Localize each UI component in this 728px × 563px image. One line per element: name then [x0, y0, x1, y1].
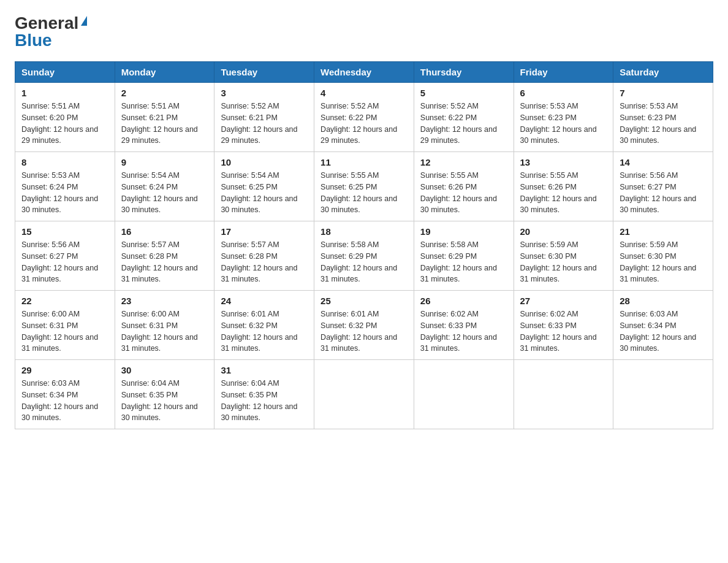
page-header: General Blue	[15, 15, 713, 49]
column-header-friday: Friday	[514, 62, 613, 83]
sunrise-text: Sunrise: 5:52 AM	[221, 102, 279, 110]
column-header-saturday: Saturday	[613, 62, 713, 83]
day-number: 26	[420, 296, 507, 306]
day-info: Sunrise: 5:54 AMSunset: 6:24 PMDaylight:…	[121, 170, 208, 216]
sunset-text: Sunset: 6:20 PM	[21, 113, 78, 122]
sunrise-text: Sunrise: 5:55 AM	[420, 171, 479, 180]
sunset-text: Sunset: 6:25 PM	[320, 183, 377, 191]
day-info: Sunrise: 5:53 AMSunset: 6:24 PMDaylight:…	[21, 170, 108, 216]
calendar-day-cell: 29Sunrise: 6:03 AMSunset: 6:34 PMDayligh…	[15, 360, 115, 429]
column-header-tuesday: Tuesday	[214, 62, 314, 83]
day-number: 14	[620, 157, 707, 167]
daylight-text: Daylight: 12 hours and 30 minutes.	[320, 194, 397, 215]
sunrise-text: Sunrise: 6:03 AM	[21, 379, 80, 388]
sunrise-text: Sunrise: 5:54 AM	[221, 171, 279, 180]
sunrise-text: Sunrise: 6:01 AM	[320, 310, 379, 318]
daylight-text: Daylight: 12 hours and 31 minutes.	[520, 333, 597, 353]
sunrise-text: Sunrise: 5:57 AM	[221, 240, 279, 249]
sunrise-text: Sunrise: 5:51 AM	[21, 102, 80, 110]
daylight-text: Daylight: 12 hours and 30 minutes.	[520, 194, 597, 215]
calendar-day-cell: 9Sunrise: 5:54 AMSunset: 6:24 PMDaylight…	[115, 152, 214, 221]
daylight-text: Daylight: 12 hours and 29 minutes.	[21, 125, 98, 145]
day-info: Sunrise: 5:51 AMSunset: 6:20 PMDaylight:…	[21, 101, 108, 147]
daylight-text: Daylight: 12 hours and 31 minutes.	[320, 264, 397, 284]
day-info: Sunrise: 6:02 AMSunset: 6:33 PMDaylight:…	[420, 308, 507, 354]
calendar-day-cell: 19Sunrise: 5:58 AMSunset: 6:29 PMDayligh…	[414, 221, 514, 291]
daylight-text: Daylight: 12 hours and 31 minutes.	[221, 264, 297, 284]
sunset-text: Sunset: 6:29 PM	[420, 252, 477, 261]
daylight-text: Daylight: 12 hours and 30 minutes.	[620, 125, 696, 145]
day-info: Sunrise: 5:55 AMSunset: 6:26 PMDaylight:…	[520, 170, 607, 216]
sunset-text: Sunset: 6:23 PM	[620, 113, 676, 122]
sunrise-text: Sunrise: 5:53 AM	[21, 171, 80, 180]
sunrise-text: Sunrise: 5:53 AM	[620, 102, 678, 110]
sunrise-text: Sunrise: 5:52 AM	[420, 102, 479, 110]
sunset-text: Sunset: 6:34 PM	[21, 391, 78, 399]
sunrise-text: Sunrise: 6:01 AM	[221, 310, 279, 318]
day-number: 11	[320, 157, 408, 167]
day-info: Sunrise: 5:57 AMSunset: 6:28 PMDaylight:…	[221, 239, 308, 285]
sunrise-text: Sunrise: 6:02 AM	[520, 310, 578, 318]
day-number: 19	[420, 226, 507, 237]
sunrise-text: Sunrise: 5:54 AM	[121, 171, 180, 180]
sunrise-text: Sunrise: 5:56 AM	[21, 240, 80, 249]
logo-general-text: General	[15, 15, 78, 32]
daylight-text: Daylight: 12 hours and 31 minutes.	[121, 264, 198, 284]
sunset-text: Sunset: 6:32 PM	[320, 321, 377, 330]
day-number: 23	[121, 296, 208, 306]
calendar-week-row: 8Sunrise: 5:53 AMSunset: 6:24 PMDaylight…	[15, 152, 713, 221]
daylight-text: Daylight: 12 hours and 29 minutes.	[121, 125, 198, 145]
empty-cell	[514, 360, 613, 429]
sunset-text: Sunset: 6:33 PM	[520, 321, 577, 330]
daylight-text: Daylight: 12 hours and 30 minutes.	[520, 125, 597, 145]
sunrise-text: Sunrise: 5:55 AM	[520, 171, 578, 180]
calendar-day-cell: 20Sunrise: 5:59 AMSunset: 6:30 PMDayligh…	[514, 221, 613, 291]
column-header-thursday: Thursday	[414, 62, 514, 83]
day-number: 31	[221, 365, 308, 375]
calendar-day-cell: 18Sunrise: 5:58 AMSunset: 6:29 PMDayligh…	[314, 221, 414, 291]
daylight-text: Daylight: 12 hours and 30 minutes.	[221, 194, 297, 215]
calendar-day-cell: 12Sunrise: 5:55 AMSunset: 6:26 PMDayligh…	[414, 152, 514, 221]
column-header-sunday: Sunday	[15, 62, 115, 83]
day-info: Sunrise: 5:56 AMSunset: 6:27 PMDaylight:…	[620, 170, 707, 216]
calendar-day-cell: 27Sunrise: 6:02 AMSunset: 6:33 PMDayligh…	[514, 291, 613, 360]
sunrise-text: Sunrise: 6:04 AM	[221, 379, 279, 388]
day-number: 25	[320, 296, 408, 306]
sunset-text: Sunset: 6:28 PM	[121, 252, 178, 261]
calendar-day-cell: 10Sunrise: 5:54 AMSunset: 6:25 PMDayligh…	[214, 152, 314, 221]
sunset-text: Sunset: 6:35 PM	[221, 391, 277, 399]
day-number: 10	[221, 157, 308, 167]
day-info: Sunrise: 5:53 AMSunset: 6:23 PMDaylight:…	[620, 101, 707, 147]
day-number: 13	[520, 157, 607, 167]
sunrise-text: Sunrise: 5:51 AM	[121, 102, 180, 110]
sunset-text: Sunset: 6:35 PM	[121, 391, 178, 399]
calendar-week-row: 1Sunrise: 5:51 AMSunset: 6:20 PMDaylight…	[15, 83, 713, 152]
day-number: 5	[420, 88, 507, 98]
day-info: Sunrise: 5:53 AMSunset: 6:23 PMDaylight:…	[520, 101, 607, 147]
sunrise-text: Sunrise: 5:53 AM	[520, 102, 578, 110]
day-info: Sunrise: 5:58 AMSunset: 6:29 PMDaylight:…	[320, 239, 408, 285]
day-info: Sunrise: 5:52 AMSunset: 6:22 PMDaylight:…	[420, 101, 507, 147]
day-info: Sunrise: 6:04 AMSunset: 6:35 PMDaylight:…	[221, 378, 308, 424]
sunrise-text: Sunrise: 5:59 AM	[620, 240, 678, 249]
sunset-text: Sunset: 6:26 PM	[420, 183, 477, 191]
day-number: 17	[221, 226, 308, 237]
empty-cell	[613, 360, 713, 429]
sunset-text: Sunset: 6:26 PM	[520, 183, 577, 191]
calendar-day-cell: 22Sunrise: 6:00 AMSunset: 6:31 PMDayligh…	[15, 291, 115, 360]
daylight-text: Daylight: 12 hours and 30 minutes.	[21, 194, 98, 215]
sunset-text: Sunset: 6:22 PM	[320, 113, 377, 122]
sunset-text: Sunset: 6:27 PM	[620, 183, 676, 191]
calendar-day-cell: 30Sunrise: 6:04 AMSunset: 6:35 PMDayligh…	[115, 360, 214, 429]
daylight-text: Daylight: 12 hours and 30 minutes.	[620, 194, 696, 215]
daylight-text: Daylight: 12 hours and 30 minutes.	[221, 402, 297, 423]
day-number: 21	[620, 226, 707, 237]
day-info: Sunrise: 5:54 AMSunset: 6:25 PMDaylight:…	[221, 170, 308, 216]
sunrise-text: Sunrise: 6:00 AM	[21, 310, 80, 318]
sunset-text: Sunset: 6:29 PM	[320, 252, 377, 261]
sunset-text: Sunset: 6:27 PM	[21, 252, 78, 261]
calendar-day-cell: 23Sunrise: 6:00 AMSunset: 6:31 PMDayligh…	[115, 291, 214, 360]
day-number: 27	[520, 296, 607, 306]
calendar-day-cell: 16Sunrise: 5:57 AMSunset: 6:28 PMDayligh…	[115, 221, 214, 291]
column-header-monday: Monday	[115, 62, 214, 83]
